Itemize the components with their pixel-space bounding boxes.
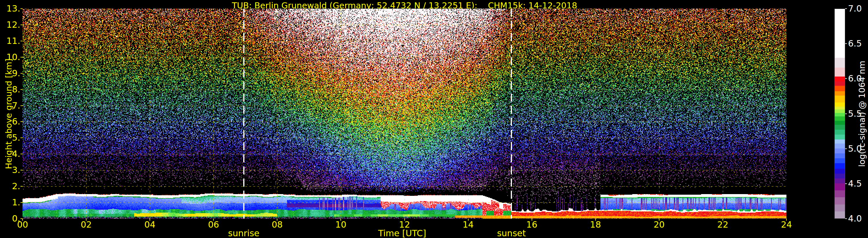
y-tick-label: 3. [0,164,20,176]
colorbar-tick-label: 5.5 [848,108,862,120]
y-tick-mark [21,154,23,154]
x-axis-label: Time [UTC] [378,229,426,238]
x-tick-label: 06 [199,220,228,230]
x-tick-mark [340,219,341,221]
x-tick-label: 04 [135,220,164,230]
colorbar-tick-label: 6.0 [848,73,862,84]
x-tick-label: 16 [518,220,546,230]
x-tick-label: 24 [772,220,801,230]
colorbar-tick-label: 5.0 [848,143,862,155]
x-tick-mark [722,219,723,221]
y-tick-label: 11. [0,35,20,47]
sunset-label: sunset [497,229,526,238]
y-tick-label: 1. [0,197,20,208]
y-tick-label: 5. [0,132,20,143]
y-tick-mark [21,202,23,203]
y-tick-label: 4. [0,148,20,160]
colorbar-tick-mark [845,113,847,114]
colorbar [834,9,845,219]
colorbar-tick-label: 4.0 [848,213,862,225]
x-tick-mark [86,219,87,221]
colorbar-tick-label: 7.0 [848,3,862,14]
y-tick-mark [21,170,23,170]
x-tick-label: 22 [708,220,737,230]
x-tick-label: 12 [390,220,419,230]
x-tick-label: 18 [581,220,610,230]
x-tick-mark [404,219,405,221]
x-tick-mark [595,219,596,221]
colorbar-tick-label: 4.5 [848,178,862,190]
x-tick-mark [659,219,659,221]
x-tick-label: 14 [454,220,483,230]
y-tick-label: 10. [0,52,20,63]
y-tick-label: 9. [0,68,20,79]
colorbar-tick-mark [845,8,847,9]
y-tick-mark [21,8,23,9]
sunrise-label: sunrise [228,229,259,238]
y-tick-mark [21,89,23,90]
y-tick-label: 7. [0,100,20,111]
y-tick-mark [21,105,23,106]
y-tick-label: 8. [0,84,20,95]
colorbar-tick-mark [845,218,847,219]
x-tick-mark [532,219,532,221]
colorbar-tick-mark [845,148,847,149]
x-tick-mark [22,219,23,221]
y-tick-label: 6. [0,116,20,127]
y-tick-mark [21,25,23,25]
y-tick-label: 2. [0,180,20,192]
colorbar-tick-mark [845,78,847,79]
x-tick-mark [213,219,214,221]
x-tick-label: 20 [645,220,674,230]
colorbar-tick-label: 6.5 [848,38,862,49]
y-tick-mark [21,137,23,138]
x-tick-label: 02 [72,220,101,230]
ceilometer-quicklook: TUB: Berlin Grunewald (Germany; 52.4732 … [0,0,868,238]
y-tick-mark [21,41,23,41]
y-tick-mark [21,186,23,186]
x-tick-label: 00 [8,220,37,230]
x-tick-label: 08 [262,220,291,230]
y-tick-label: 12. [0,19,20,31]
x-tick-mark [277,219,277,221]
y-tick-label: 13. [0,3,20,14]
x-tick-mark [150,219,150,221]
colorbar-tick-mark [845,43,847,44]
ceilometer-heatmap [23,9,786,219]
x-tick-mark [468,219,469,221]
y-tick-mark [21,121,23,122]
y-tick-mark [21,73,23,74]
y-tick-mark [21,57,23,58]
x-tick-mark [786,219,787,221]
colorbar-tick-mark [845,183,847,184]
x-tick-label: 10 [326,220,355,230]
